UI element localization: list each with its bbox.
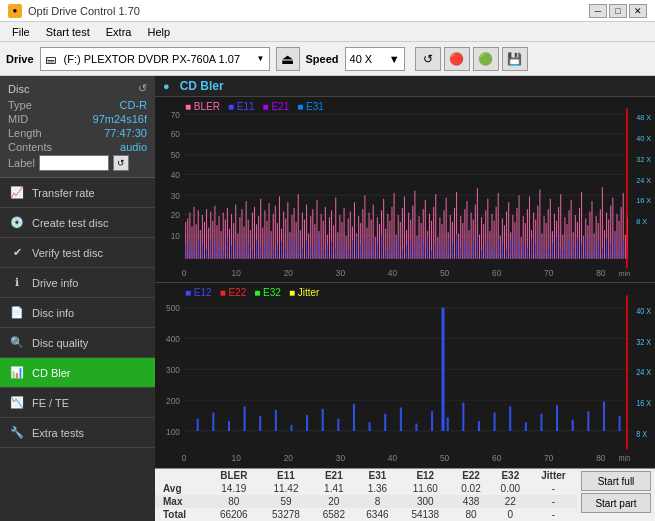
legend-e32: ■ E32 — [254, 287, 281, 298]
svg-rect-51 — [225, 220, 226, 259]
disc-label-refresh[interactable]: ↺ — [113, 155, 129, 171]
svg-text:40: 40 — [388, 452, 397, 463]
svg-rect-175 — [483, 224, 484, 259]
svg-text:60: 60 — [492, 452, 501, 463]
svg-rect-231 — [600, 209, 601, 259]
sidebar-item-cd-bler[interactable]: 📊 CD Bler — [0, 358, 155, 388]
svg-rect-99 — [325, 207, 326, 259]
eject-button[interactable]: ⏏ — [276, 47, 300, 71]
sidebar-item-fe-te[interactable]: 📉 FE / TE — [0, 388, 155, 418]
svg-rect-37 — [196, 224, 197, 259]
svg-rect-261 — [252, 250, 253, 259]
svg-rect-269 — [285, 248, 286, 258]
svg-rect-213 — [562, 235, 563, 259]
svg-rect-311 — [460, 247, 461, 259]
toolbar: Drive 🖴 (F:) PLEXTOR DVDR PX-760A 1.07 ▼… — [0, 42, 655, 76]
svg-rect-400 — [509, 406, 511, 431]
svg-text:48 X: 48 X — [636, 113, 651, 122]
svg-rect-173 — [479, 235, 480, 259]
speed-select[interactable]: 40 X ▼ — [345, 47, 405, 71]
refresh-button[interactable]: ↺ — [415, 47, 441, 71]
menu-start-test[interactable]: Start test — [38, 22, 98, 42]
sidebar-item-verify-test-disc[interactable]: ✔ Verify test disc — [0, 238, 155, 268]
menu-help[interactable]: Help — [139, 22, 178, 42]
settings-button1[interactable]: 🔴 — [444, 47, 470, 71]
drive-select[interactable]: 🖴 (F:) PLEXTOR DVDR PX-760A 1.07 ▼ — [40, 47, 270, 71]
sidebar-item-disc-info[interactable]: 📄 Disc info — [0, 298, 155, 328]
svg-rect-179 — [491, 214, 492, 259]
disc-quality-icon: 🔍 — [10, 336, 24, 350]
svg-rect-135 — [400, 222, 401, 259]
svg-rect-279 — [327, 245, 328, 259]
stats-total-jitter: - — [530, 508, 577, 521]
svg-rect-251 — [210, 240, 211, 259]
svg-rect-57 — [237, 233, 238, 258]
svg-rect-205 — [546, 223, 547, 259]
sidebar-item-label: Drive info — [32, 277, 78, 289]
svg-text:80: 80 — [596, 268, 605, 279]
svg-rect-255 — [227, 237, 228, 259]
cd-bler-dot: ● — [163, 80, 170, 92]
start-full-button[interactable]: Start full — [581, 471, 651, 491]
svg-rect-47 — [216, 225, 217, 259]
stats-header-e32: E32 — [491, 469, 530, 482]
svg-rect-312 — [464, 240, 465, 259]
top-legend: ■ BLER ■ E11 ■ E21 ■ E31 — [155, 99, 354, 114]
sidebar-item-transfer-rate[interactable]: 📈 Transfer rate — [0, 178, 155, 208]
svg-rect-398 — [478, 421, 480, 431]
sidebar-item-drive-info[interactable]: ℹ Drive info — [0, 268, 155, 298]
minimize-button[interactable]: ─ — [589, 4, 607, 18]
svg-rect-35 — [191, 227, 192, 259]
svg-text:20: 20 — [284, 268, 293, 279]
stats-max-e12: 300 — [399, 495, 451, 508]
svg-rect-278 — [323, 251, 324, 259]
maximize-button[interactable]: □ — [609, 4, 627, 18]
svg-rect-249 — [202, 244, 203, 259]
svg-rect-243 — [625, 235, 626, 259]
menu-extra[interactable]: Extra — [98, 22, 140, 42]
stats-header-e12: E12 — [399, 469, 451, 482]
save-button[interactable]: 💾 — [502, 47, 528, 71]
stats-max-label: Max — [155, 495, 208, 508]
type-label: Type — [8, 99, 32, 111]
svg-rect-237 — [612, 198, 613, 259]
svg-rect-336 — [564, 245, 565, 259]
svg-text:40 X: 40 X — [636, 306, 652, 316]
svg-rect-159 — [450, 215, 451, 259]
svg-rect-392 — [400, 408, 402, 431]
stats-avg-bler: 14.19 — [208, 482, 260, 495]
cd-bler-icon: 📊 — [10, 366, 24, 380]
disc-refresh-icon[interactable]: ↺ — [138, 82, 147, 95]
svg-rect-117 — [362, 209, 363, 259]
svg-rect-276 — [314, 243, 315, 259]
stats-avg-jitter: - — [530, 482, 577, 495]
svg-rect-293 — [385, 251, 386, 259]
svg-rect-306 — [439, 242, 440, 259]
svg-rect-288 — [364, 242, 365, 259]
svg-rect-225 — [587, 225, 588, 259]
svg-rect-151 — [433, 207, 434, 259]
svg-text:30: 30 — [171, 190, 180, 201]
svg-rect-141 — [412, 206, 413, 259]
stats-total-bler: 66206 — [208, 508, 260, 521]
sidebar-item-disc-quality[interactable]: 🔍 Disc quality — [0, 328, 155, 358]
disc-label-input[interactable] — [39, 155, 109, 171]
svg-rect-45 — [212, 221, 213, 259]
sidebar-item-create-test-disc[interactable]: 💿 Create test disc — [0, 208, 155, 238]
sidebar-item-label: Disc info — [32, 307, 74, 319]
bottom-chart: ■ E12 ■ E22 ■ E32 ■ Jitter 500 400 — [155, 283, 655, 468]
stats-total-e11: 53278 — [260, 508, 312, 521]
svg-rect-177 — [487, 199, 488, 259]
stats-row-max: Max 80 59 20 8 300 438 22 - — [155, 495, 577, 508]
settings-button2[interactable]: 🟢 — [473, 47, 499, 71]
close-button[interactable]: ✕ — [629, 4, 647, 18]
svg-rect-407 — [619, 416, 621, 431]
sidebar-item-extra-tests[interactable]: 🔧 Extra tests — [0, 418, 155, 448]
start-part-button[interactable]: Start part — [581, 493, 651, 513]
svg-rect-115 — [358, 216, 359, 259]
svg-rect-245 — [185, 245, 186, 259]
menu-file[interactable]: File — [4, 22, 38, 42]
svg-rect-389 — [353, 404, 355, 431]
sidebar-item-label: Create test disc — [32, 217, 108, 229]
svg-rect-258 — [239, 247, 240, 259]
